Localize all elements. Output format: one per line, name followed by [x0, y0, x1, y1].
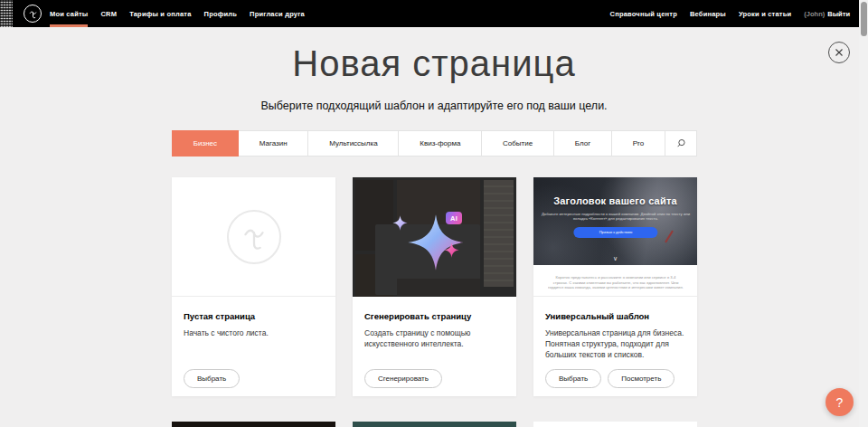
- search-tab[interactable]: [665, 130, 697, 157]
- universal-template-preview: Заголовок вашего сайта Добавьте интересн…: [533, 177, 697, 297]
- template-card-partial: [353, 422, 516, 427]
- template-card-universal: Заголовок вашего сайта Добавьте интересн…: [533, 177, 697, 396]
- nav-item-pricing[interactable]: Тарифы и оплата: [123, 0, 197, 27]
- tab-blog[interactable]: Блог: [553, 130, 612, 157]
- preview-button[interactable]: Посмотреть: [608, 369, 675, 388]
- preview-cta-button: Призыв к действию: [573, 227, 657, 238]
- nav-item-my-sites[interactable]: Мои сайты: [43, 0, 94, 27]
- template-card-blank: Пустая страница Начать с чистого листа. …: [172, 177, 335, 396]
- card-actions: Сгенерировать: [364, 369, 442, 388]
- logout-link[interactable]: Выйти: [827, 10, 850, 18]
- tab-pro[interactable]: Pro: [611, 130, 665, 157]
- nav-right-links: Справочный центрВебинарыУроки и статьи: [610, 10, 792, 18]
- tilda-watermark-icon: [227, 210, 281, 264]
- scrollbar-track[interactable]: [859, 0, 868, 427]
- tab-shop[interactable]: Магазин: [238, 130, 308, 157]
- select-button[interactable]: Выбрать: [184, 369, 240, 388]
- card-title: Универсальный шаблон: [545, 311, 685, 321]
- preview-body: Коротко представьтесь и расскажите о ком…: [533, 265, 697, 297]
- template-card-partial: [533, 422, 697, 427]
- card-title: Сгенерировать страницу: [364, 311, 505, 321]
- close-button[interactable]: [828, 42, 850, 63]
- blank-page-preview: [172, 177, 335, 297]
- nav-item-crm[interactable]: CRM: [94, 0, 123, 27]
- template-card-ai: AI Сгенерировать страницу Создать страни…: [353, 177, 516, 396]
- nav-item-webinars[interactable]: Вебинары: [690, 10, 726, 18]
- select-button[interactable]: Выбрать: [545, 369, 601, 388]
- preview-subtext: Добавьте интересные подробности о вашей …: [541, 212, 690, 221]
- generate-button[interactable]: Сгенерировать: [364, 369, 442, 388]
- preview-body-text: Коротко представьтесь и расскажите о ком…: [548, 275, 684, 289]
- card-actions: Выбрать Посмотреть: [545, 369, 675, 388]
- tabs-list: БизнесМагазинМультиссылкаКвиз-формаСобыт…: [172, 130, 665, 157]
- card-title: Пустая страница: [184, 311, 324, 321]
- tilda-glyph: [27, 8, 39, 20]
- photo-detail: [665, 231, 674, 243]
- close-icon: [835, 48, 844, 57]
- tab-quiz-form[interactable]: Квиз-форма: [398, 130, 482, 157]
- tilda-logo-icon[interactable]: [24, 5, 42, 23]
- card-description: Начать с чистого листа.: [184, 327, 324, 338]
- sparkle-small-icon: [444, 242, 459, 258]
- template-card-partial: [172, 422, 335, 427]
- nav-item-profile[interactable]: Профиль: [198, 0, 244, 27]
- ai-badge: AI: [446, 212, 462, 224]
- ai-preview: AI: [353, 177, 516, 297]
- nav-item-invite-friend[interactable]: Пригласи друга: [243, 0, 311, 27]
- edge-pattern: [0, 0, 13, 27]
- chevron-down-icon: ∨: [533, 255, 697, 262]
- logout-group: (John) Выйти: [804, 10, 850, 18]
- card-description: Универсальная страница для бизнеса. Поня…: [545, 327, 685, 360]
- sparkle-small-icon: [392, 215, 408, 231]
- nav-item-lessons[interactable]: Уроки и статьи: [739, 10, 791, 18]
- help-button[interactable]: ?: [826, 388, 854, 416]
- card-description: Создать страницу с помощью искусственног…: [364, 327, 505, 349]
- category-tabs: БизнесМагазинМультиссылкаКвиз-формаСобыт…: [172, 130, 697, 157]
- nav-left: Мои сайтыCRMТарифы и оплатаПрофильПригла…: [43, 0, 311, 27]
- nav-right: Справочный центрВебинарыУроки и статьи (…: [610, 0, 850, 27]
- search-icon: [676, 138, 686, 148]
- page-title: Новая страница: [0, 43, 868, 84]
- nav-item-help-center[interactable]: Справочный центр: [610, 10, 677, 18]
- tab-business[interactable]: Бизнес: [172, 130, 239, 157]
- preview-hero: Заголовок вашего сайта Добавьте интересн…: [533, 177, 697, 265]
- tab-multilink[interactable]: Мультиссылка: [307, 130, 399, 157]
- preview-heading: Заголовок вашего сайта: [533, 195, 697, 206]
- tab-event[interactable]: Событие: [481, 130, 554, 157]
- scrollbar-thumb[interactable]: [861, 2, 867, 36]
- user-name: (John): [804, 10, 825, 18]
- card-actions: Выбрать: [184, 369, 240, 388]
- question-icon: ?: [836, 395, 844, 410]
- top-nav: Мои сайтыCRMТарифы и оплатаПрофильПригла…: [0, 0, 868, 27]
- page-subtitle: Выберите подходящий шаблон и адаптируйте…: [0, 100, 868, 112]
